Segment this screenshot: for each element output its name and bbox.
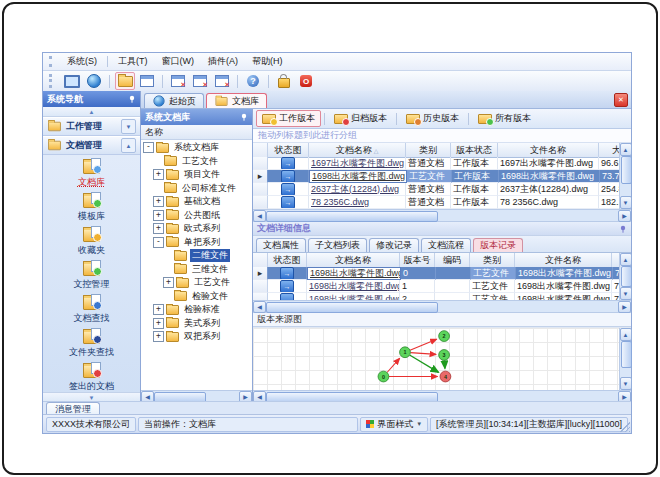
expand-icon[interactable]: + (153, 196, 164, 207)
grid-row-3[interactable]: →1698出水嘴零件图.dwg2工艺文件1698出水嘴零件图.dwg73.00K… (253, 293, 619, 300)
scroll-thumb[interactable] (266, 211, 438, 222)
tree-node-8[interactable]: -单把系列 (141, 236, 252, 250)
help-button[interactable]: ? (243, 72, 263, 90)
scroll-up-icon[interactable]: ▲ (620, 143, 632, 156)
document-link[interactable]: 1698出水嘴零件图.dwg (312, 170, 405, 183)
column-header-2[interactable]: 文档名称△ (309, 143, 406, 158)
scroll-right-icon[interactable]: ▶ (618, 210, 631, 222)
tree-node-7[interactable]: +欧式系列 (141, 222, 252, 236)
scroll-thumb[interactable] (621, 341, 632, 368)
sidebar-item-6[interactable]: 文件夹查找 (48, 328, 135, 359)
menu-item-2[interactable]: 工具(T) (111, 54, 155, 69)
document-link[interactable]: 1698出水嘴零件图.dwg (310, 267, 401, 280)
tree-node-15[interactable]: +双把系列 (141, 330, 252, 344)
grid-row-2[interactable]: →1698出水嘴零件图.dwg1工艺文件1698出水嘴零件图.dwg73.00K… (253, 280, 619, 293)
version-grid-hscrollbar[interactable]: ◀ ▶ (253, 300, 631, 312)
detail-tab-5[interactable]: 版本记录 (473, 238, 523, 252)
window-list-button[interactable] (137, 72, 157, 90)
graph-vscrollbar[interactable]: ▲ ▼ (619, 328, 631, 390)
document-link[interactable]: 78 2356C.dwg (311, 197, 369, 207)
sidebar-item-5[interactable]: 文档查找 (48, 294, 135, 325)
pin-icon[interactable] (240, 113, 248, 121)
grid-row-4[interactable]: →78 2356C.dwg普通文档工作版本78 2356C.dwg182.15K… (253, 196, 619, 209)
scroll-thumb[interactable] (621, 266, 632, 287)
sidebar-item-3[interactable]: 收藏夹 (48, 226, 135, 257)
scroll-down-icon[interactable]: ▼ (620, 287, 632, 300)
collapse-icon[interactable]: - (153, 237, 164, 248)
column-header-3[interactable]: 类别 (406, 143, 451, 158)
scroll-thumb[interactable] (266, 302, 438, 313)
column-header-4[interactable]: 编码 (435, 253, 470, 268)
desktop-button[interactable] (62, 72, 82, 90)
detail-tab-2[interactable]: 子文档列表 (308, 238, 367, 252)
tab-start-page[interactable]: 起始页 (144, 93, 204, 108)
scroll-left-icon[interactable]: ◀ (253, 210, 266, 222)
document-link[interactable]: 1698出水嘴零件图.dwg (309, 293, 400, 300)
expand-icon[interactable]: + (153, 210, 164, 221)
tree-node-2[interactable]: 工艺文件 (141, 155, 252, 169)
version-graph-canvas[interactable]: 01234 (253, 328, 619, 390)
resize-grip[interactable] (620, 422, 630, 432)
lock-button[interactable] (274, 72, 294, 90)
column-header-6[interactable]: 文件名称 (515, 253, 612, 268)
chevron-down-icon[interactable]: ▼ (121, 119, 136, 134)
sidebar-scroll-up[interactable]: ▲ (43, 107, 140, 117)
scroll-up-icon[interactable]: ▲ (620, 328, 632, 341)
pin-icon[interactable] (128, 95, 136, 103)
tab-document-library[interactable]: 文档库 (206, 93, 267, 108)
menu-item-4[interactable]: 插件(A) (201, 54, 245, 69)
grid-row-3[interactable]: →2637主体(12284).dwg普通文档工作版本2637主体(12284).… (253, 183, 619, 196)
column-header-2[interactable]: 文档名称 (307, 253, 400, 268)
column-header-3[interactable]: 版本号 (400, 253, 435, 268)
expand-icon[interactable]: + (153, 331, 164, 342)
column-header-5[interactable]: 类别 (470, 253, 515, 268)
sidebar-item-7[interactable]: 签出的文档 (48, 362, 135, 392)
scroll-up-icon[interactable]: ▲ (620, 253, 632, 266)
tree-node-12[interactable]: 检验文件 (141, 290, 252, 304)
version-filter-2[interactable]: 归档版本 (328, 110, 393, 127)
tree-node-4[interactable]: 公司标准文件 (141, 182, 252, 196)
menu-item-5[interactable]: 帮助(H) (245, 54, 290, 69)
version-node-1[interactable]: 1 (400, 347, 411, 358)
detail-tab-4[interactable]: 文档流程 (421, 238, 471, 252)
tree-column-header[interactable]: 名称 (141, 125, 252, 140)
column-header-5[interactable]: 文件名称 (498, 143, 599, 158)
menu-item-1[interactable]: 系统(S) (60, 54, 104, 69)
grid-row-1[interactable]: ▸→1698出水嘴零件图.dwg0工艺文件1698出水嘴零件图.dwg73.00… (253, 267, 619, 280)
expand-icon[interactable]: + (153, 318, 164, 329)
tab-close-button[interactable]: ✕ (614, 93, 628, 107)
tree-node-3[interactable]: +项目文件 (141, 168, 252, 182)
scroll-left-icon[interactable]: ◀ (253, 301, 266, 313)
column-header-6[interactable]: 大小 (599, 143, 619, 158)
detail-tab-1[interactable]: 文档属性 (256, 238, 306, 252)
document-link[interactable]: 2637主体(12284).dwg (311, 183, 399, 196)
version-filter-1[interactable]: 工作版本 (256, 110, 321, 127)
document-grid-vscrollbar[interactable]: ▲ ▼ (619, 143, 631, 209)
column-header-1[interactable]: 状态图 (268, 143, 309, 158)
document-link[interactable]: 1697出水嘴零件图.dwg (311, 157, 404, 170)
sidebar-item-4[interactable]: 文控管理 (48, 260, 135, 291)
sidebar-item-1[interactable]: 文档库 (48, 158, 135, 189)
version-node-4[interactable]: 4 (440, 371, 451, 382)
version-node-2[interactable]: 2 (439, 331, 450, 342)
expand-icon[interactable]: + (153, 223, 164, 234)
expand-icon[interactable]: + (153, 304, 164, 315)
sidebar-item-2[interactable]: 模板库 (48, 192, 135, 223)
ui-style-selector[interactable]: 界面样式 ▼ (360, 417, 428, 432)
chevron-up-icon[interactable]: ▲ (121, 138, 136, 153)
tree-node-11[interactable]: +工艺文件 (141, 276, 252, 290)
scroll-thumb[interactable] (621, 156, 632, 184)
column-header-4[interactable]: 版本状态 (451, 143, 498, 158)
version-filter-4[interactable]: 所有版本 (472, 110, 537, 127)
document-link[interactable]: 1698出水嘴零件图.dwg (309, 280, 400, 293)
tree-node-13[interactable]: +检验标准 (141, 303, 252, 317)
scroll-down-icon[interactable]: ▼ (620, 377, 632, 390)
globe-button[interactable] (84, 72, 104, 90)
close-all-windows-button[interactable] (212, 72, 232, 90)
tree-node-9[interactable]: 二维文件 (141, 249, 252, 263)
tree-node-5[interactable]: +基础文档 (141, 195, 252, 209)
tree-node-14[interactable]: +美式系列 (141, 317, 252, 331)
scroll-down-icon[interactable]: ▼ (620, 196, 632, 209)
tree-node-1[interactable]: -系统文档库 (141, 141, 252, 155)
grid-row-2[interactable]: ▸→1698出水嘴零件图.dwg工艺文件工作版本1698出水嘴零件图.dwg73… (253, 170, 619, 183)
